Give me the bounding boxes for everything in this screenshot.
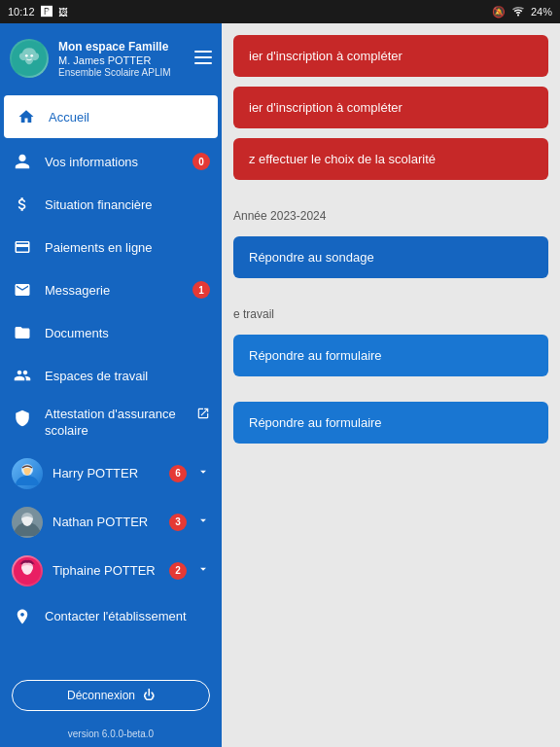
espaces-label: Espaces de travail	[45, 369, 210, 383]
svg-rect-4	[194, 56, 212, 58]
sidebar-item-vos-informations[interactable]: Vos informations 0	[0, 140, 222, 183]
scolarite-card[interactable]: z effectuer le choix de la scolarité	[233, 138, 548, 180]
sondage-card[interactable]: Répondre au sondage	[233, 236, 548, 278]
logout-button[interactable]: Déconnexion ⏻	[12, 680, 210, 711]
nathan-chevron-icon	[196, 514, 210, 531]
sidebar-item-documents[interactable]: Documents	[0, 311, 222, 354]
svg-point-2	[30, 54, 33, 57]
sidebar-item-paiements[interactable]: Paiements en ligne	[0, 226, 222, 268]
inscription-card-1[interactable]: ier d'inscription à compléter	[233, 35, 548, 77]
sidebar-item-espaces[interactable]: Espaces de travail	[0, 354, 222, 397]
header-info: Mon espace Famille M. James POTTER Ensem…	[58, 40, 171, 78]
formulaire-card-2-text: Répondre au formulaire	[249, 415, 382, 430]
notification-icon: 🅿	[41, 5, 52, 18]
vos-informations-badge: 0	[192, 153, 210, 170]
section-gap-2	[233, 288, 548, 294]
messagerie-label: Messagerie	[45, 283, 181, 298]
formulaire-card-2[interactable]: Répondre au formulaire	[233, 402, 548, 444]
wifi-icon	[511, 5, 525, 18]
image-icon: 🖼	[58, 7, 68, 18]
logout-section: Déconnexion ⏻	[0, 668, 222, 723]
person-item-nathan[interactable]: Nathan POTTER 3	[0, 498, 222, 547]
section-gap-1	[233, 190, 548, 196]
svg-point-1	[25, 54, 28, 57]
tiphaine-badge: 2	[169, 562, 187, 580]
sidebar: Mon espace Famille M. James POTTER Ensem…	[0, 23, 222, 747]
svg-rect-5	[194, 62, 212, 64]
tiphaine-avatar	[12, 555, 43, 587]
menu-icon[interactable]	[194, 49, 212, 69]
year-label: Année 2023-2024	[233, 205, 548, 227]
mute-icon: 🔕	[492, 6, 506, 18]
person-item-harry[interactable]: Harry POTTER 6	[0, 449, 222, 498]
documents-label: Documents	[45, 326, 210, 340]
mail-icon	[12, 279, 33, 301]
formulaire-card-1-text: Répondre au formulaire	[249, 348, 382, 363]
svg-rect-3	[194, 51, 212, 53]
battery-display: 24%	[531, 6, 552, 18]
status-bar-left: 10:12 🅿 🖼	[8, 5, 68, 18]
sidebar-item-accueil[interactable]: Accueil	[4, 95, 218, 138]
attestation-label: Attestation d'assurance scolaire	[45, 407, 185, 440]
euro-icon	[12, 194, 33, 215]
tiphaine-chevron-icon	[196, 562, 210, 580]
inscription-card-2-text: ier d'inscription à compléter	[249, 100, 402, 115]
version-text: version 6.0.0-beta.0	[0, 723, 222, 747]
person-icon	[12, 151, 33, 172]
home-icon	[16, 106, 37, 127]
school-name: Ensemble Scolaire APLIM	[58, 67, 171, 78]
external-link-icon	[196, 407, 210, 423]
nathan-badge: 3	[169, 514, 187, 531]
scolarite-card-text: z effectuer le choix de la scolarité	[249, 152, 436, 166]
inscription-card-2[interactable]: ier d'inscription à compléter	[233, 87, 548, 128]
vos-informations-label: Vos informations	[45, 155, 181, 169]
accueil-label: Accueil	[49, 110, 206, 124]
building-icon	[12, 606, 33, 627]
logout-label: Déconnexion	[67, 689, 135, 702]
card-icon	[12, 236, 33, 258]
folder-icon	[12, 322, 33, 343]
harry-chevron-icon	[196, 465, 210, 482]
harry-avatar	[12, 458, 43, 489]
person-item-tiphaine[interactable]: Tiphaine POTTER 2	[0, 547, 222, 595]
sidebar-item-attestation[interactable]: Attestation d'assurance scolaire	[0, 397, 222, 449]
sidebar-item-contact[interactable]: Contacter l'établissement	[0, 595, 222, 638]
tiphaine-name: Tiphaine POTTER	[52, 563, 159, 578]
group-icon	[12, 365, 33, 386]
status-bar-right: 🔕 24%	[492, 5, 552, 18]
sidebar-header: Mon espace Famille M. James POTTER Ensem…	[0, 23, 222, 93]
situation-financiere-label: Situation financière	[45, 197, 210, 212]
main-container: Mon espace Famille M. James POTTER Ensem…	[0, 23, 560, 747]
formulaire-card-1[interactable]: Répondre au formulaire	[233, 335, 548, 376]
inscription-card-1-text: ier d'inscription à compléter	[249, 49, 402, 63]
avatar	[10, 39, 49, 78]
status-bar: 10:12 🅿 🖼 🔕 24%	[0, 0, 560, 23]
nathan-name: Nathan POTTER	[52, 515, 159, 529]
app-title: Mon espace Famille	[58, 40, 171, 53]
nathan-avatar	[12, 507, 43, 538]
main-content: ier d'inscription à compléter ier d'insc…	[222, 23, 560, 747]
power-icon: ⏻	[143, 689, 155, 702]
sidebar-item-messagerie[interactable]: Messagerie 1	[0, 268, 222, 311]
time-display: 10:12	[8, 6, 35, 18]
sidebar-item-situation-financiere[interactable]: Situation financière	[0, 183, 222, 226]
work-label: e travail	[233, 303, 548, 325]
section-gap-3	[233, 386, 548, 392]
messagerie-badge: 1	[192, 281, 210, 299]
sidebar-header-left: Mon espace Famille M. James POTTER Ensem…	[10, 39, 171, 78]
sondage-card-text: Répondre au sondage	[249, 250, 374, 265]
paiements-label: Paiements en ligne	[45, 240, 210, 255]
shield-icon	[12, 408, 33, 429]
contact-label: Contacter l'établissement	[45, 609, 210, 623]
user-name: M. James POTTER	[58, 54, 171, 66]
harry-name: Harry POTTER	[52, 466, 159, 480]
harry-badge: 6	[169, 465, 187, 482]
